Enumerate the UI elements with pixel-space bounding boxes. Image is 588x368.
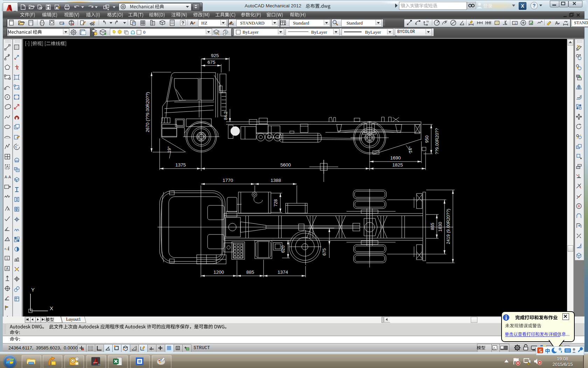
svg-text:675: 675: [322, 248, 327, 256]
svg-text:?: ?: [533, 3, 536, 8]
svg-text:2419 (9.00R20??): 2419 (9.00R20??): [446, 209, 451, 244]
svg-text:??9.00R20??: ??9.00R20??: [435, 128, 440, 154]
svg-text:A: A: [7, 207, 10, 211]
svg-text:950: 950: [425, 136, 429, 143]
svg-text:728: 728: [273, 199, 278, 207]
svg-text:I: I: [497, 21, 497, 25]
svg-text:.1: .1: [514, 22, 516, 25]
svg-text:xy: xy: [426, 20, 429, 23]
svg-text:A·A: A·A: [5, 175, 11, 179]
svg-text:1200: 1200: [214, 270, 224, 275]
svg-text:865: 865: [430, 223, 435, 230]
svg-text:1: 1: [6, 257, 8, 260]
svg-text:1388: 1388: [271, 178, 281, 183]
svg-text:885: 885: [246, 270, 254, 275]
svg-text:n.1: n.1: [5, 247, 9, 251]
svg-text:A: A: [6, 266, 8, 270]
svg-text:14°: 14°: [408, 146, 413, 153]
svg-text:5600: 5600: [280, 162, 291, 168]
svg-text:A: A: [190, 20, 194, 26]
svg-text:620: 620: [281, 246, 286, 253]
svg-text:1825: 1825: [392, 162, 403, 168]
svg-text:925: 925: [211, 53, 219, 58]
svg-text:1375: 1375: [175, 162, 186, 168]
svg-text:1830: 1830: [438, 222, 443, 232]
svg-text:m: m: [98, 363, 100, 366]
svg-text:?: ?: [182, 20, 184, 26]
svg-text:1770: 1770: [223, 178, 233, 183]
svg-text:1374: 1374: [278, 270, 288, 275]
svg-text:84.2: 84.2: [223, 111, 228, 120]
svg-text:675: 675: [208, 60, 216, 65]
svg-text:K: K: [16, 67, 19, 70]
svg-text:X: X: [50, 305, 53, 311]
svg-text:2670 (??9.00R20??): 2670 (??9.00R20??): [145, 92, 150, 132]
svg-text:A: A: [555, 21, 558, 26]
svg-text:Y: Y: [31, 287, 35, 293]
svg-text:1690: 1690: [390, 155, 401, 161]
